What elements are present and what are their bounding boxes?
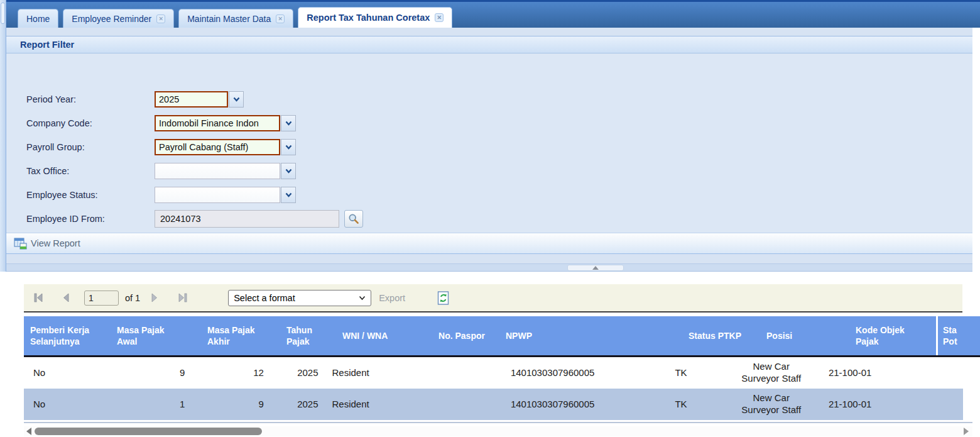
field-row-employee-status: Employee Status:: [26, 187, 296, 203]
close-tab-icon[interactable]: ✕: [435, 13, 444, 22]
column-header: Masa Pajak Awal: [111, 316, 201, 355]
chevron-down-icon[interactable]: [281, 115, 296, 131]
chevron-down-icon[interactable]: [281, 187, 296, 203]
scroll-right-button[interactable]: [962, 428, 970, 435]
cell: 1: [106, 389, 192, 420]
left-panel-expand-handle[interactable]: [1, 3, 5, 24]
scroll-left-button[interactable]: [25, 428, 33, 435]
field-row-period-year: Period Year: 2025: [26, 91, 244, 108]
cell: Resident: [322, 389, 405, 420]
tab-strip: Home Employee Reminder ✕ Maintain Master…: [6, 2, 980, 28]
select-value: Payroll Cabang (Staff): [155, 139, 280, 155]
employee-id-from-input[interactable]: [155, 210, 339, 228]
column-header: Pemberi Kerja Selanjutnya: [24, 316, 111, 355]
close-tab-icon[interactable]: ✕: [156, 14, 165, 23]
tab-employee-reminder[interactable]: Employee Reminder ✕: [63, 9, 174, 28]
last-page-icon: [177, 292, 188, 303]
page-count-label: of 1: [125, 293, 140, 303]
column-header: Status PTKP: [662, 316, 748, 355]
tab-report-tax-tahunan-coretax[interactable]: Report Tax Tahunan Coretax ✕: [298, 7, 452, 28]
panel-title: Report Filter: [6, 36, 972, 53]
field-label: Employee ID From:: [26, 214, 155, 224]
refresh-button[interactable]: [437, 291, 450, 305]
page-number-input[interactable]: [84, 290, 119, 306]
cell: New Car Surveyor Staff: [712, 389, 808, 420]
format-select-value: Select a format: [234, 293, 295, 303]
employee-status-select[interactable]: [155, 187, 296, 203]
next-page-button[interactable]: [148, 291, 161, 305]
cell: No: [24, 389, 106, 420]
last-page-button[interactable]: [175, 291, 189, 305]
cell: [891, 389, 963, 420]
arrow-left-icon: [26, 428, 31, 435]
panel-splitter[interactable]: [6, 263, 972, 272]
column-header: WNI / WNA: [337, 316, 424, 355]
column-header: Posisi: [748, 316, 848, 355]
field-label: Tax Office:: [26, 166, 155, 176]
cell: TK: [629, 357, 712, 389]
column-header: No. Paspor: [424, 316, 499, 355]
report-icon: [14, 236, 28, 250]
export-format-select[interactable]: Select a format: [228, 290, 371, 306]
next-page-icon: [150, 292, 159, 303]
chevron-up-icon: [592, 266, 599, 270]
column-header: Tahun Pajak: [281, 316, 337, 355]
tab-bar: Home Employee Reminder ✕ Maintain Master…: [6, 0, 980, 28]
column-header: Masa Pajak Akhir: [201, 316, 281, 355]
first-page-button[interactable]: [31, 291, 45, 305]
select-value: [155, 163, 280, 179]
arrow-right-icon: [964, 428, 969, 435]
payroll-group-select[interactable]: Payroll Cabang (Staff): [155, 139, 296, 155]
filter-form: Period Year: 2025 Company Code: Indomobi…: [6, 54, 972, 233]
cell: 9: [192, 389, 269, 420]
cell: 2025: [269, 389, 322, 420]
report-viewer: of 1 Select a format Export: [0, 272, 980, 437]
refresh-icon: [437, 291, 450, 305]
tab-label: Employee Reminder: [72, 14, 151, 24]
company-code-select[interactable]: Indomobil Finance Indon: [155, 115, 296, 131]
tab-label: Maintain Master Data: [187, 14, 271, 24]
cell: [405, 389, 476, 420]
export-link[interactable]: Export: [379, 293, 405, 303]
tax-office-select[interactable]: [155, 163, 296, 179]
chevron-down-icon[interactable]: [281, 163, 296, 179]
scrollbar-thumb[interactable]: [35, 428, 262, 435]
filter-toolbar: View Report: [6, 233, 972, 254]
magnifier-icon: [348, 213, 359, 224]
prev-page-button[interactable]: [59, 291, 73, 305]
field-label: Payroll Group:: [26, 142, 155, 152]
first-page-icon: [33, 292, 44, 303]
cell: [405, 357, 476, 389]
cell: 12: [192, 357, 269, 389]
employee-lookup-button[interactable]: [344, 210, 363, 228]
report-toolbar: of 1 Select a format Export: [24, 284, 962, 313]
cell: 1401030307960005: [476, 357, 629, 389]
report-filter-panel: Report Filter Period Year: 2025 Company …: [6, 28, 972, 272]
column-header: Kode Objek Pajak: [848, 316, 936, 355]
horizontal-scrollbar[interactable]: [24, 426, 972, 436]
period-year-select[interactable]: 2025: [155, 91, 244, 108]
table-row: No 1 9 2025 Resident 1401030307960005 TK…: [24, 389, 963, 420]
tab-home[interactable]: Home: [18, 9, 58, 28]
field-row-payroll-group: Payroll Group: Payroll Cabang (Staff): [26, 139, 296, 155]
tab-label: Home: [26, 14, 50, 24]
chevron-down-icon[interactable]: [229, 91, 244, 108]
chevron-down-icon[interactable]: [281, 139, 296, 155]
column-header: Sta Pot: [936, 316, 980, 355]
field-row-company-code: Company Code: Indomobil Finance Indon: [26, 115, 296, 131]
close-tab-icon[interactable]: ✕: [276, 14, 285, 23]
collapse-panel-handle[interactable]: [567, 265, 624, 271]
field-label: Period Year:: [26, 94, 155, 104]
cell: Resident: [322, 357, 405, 389]
field-row-tax-office: Tax Office:: [26, 163, 296, 179]
table-row: No 9 12 2025 Resident 1401030307960005 T…: [24, 357, 963, 389]
cell: 21-100-01: [808, 357, 892, 389]
cell: 9: [106, 357, 192, 389]
prev-page-icon: [62, 292, 70, 303]
cell: 21-100-01: [808, 389, 892, 420]
chevron-down-icon: [359, 296, 366, 301]
tab-maintain-master-data[interactable]: Maintain Master Data ✕: [178, 9, 293, 28]
field-label: Company Code:: [26, 118, 155, 128]
view-report-button[interactable]: View Report: [14, 236, 80, 250]
cell: 1401030307960005: [476, 389, 629, 420]
